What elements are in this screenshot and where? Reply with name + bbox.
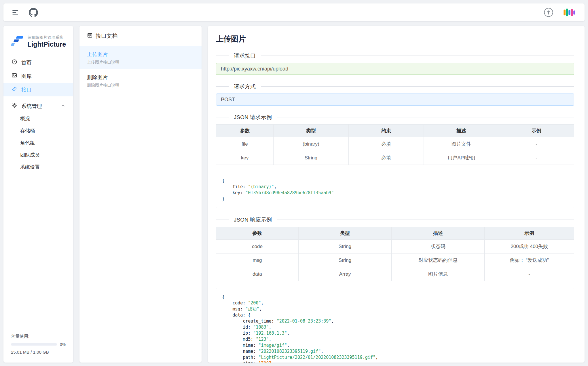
column-header: 描述 [392, 227, 485, 240]
column-header: 示例 [485, 227, 574, 240]
response-json-example: { code: "200", msg: "成功", data: { create… [216, 288, 574, 363]
table-cell: String [298, 240, 391, 253]
capacity-progressbar [11, 343, 57, 346]
sidebar-subitem-overview[interactable]: 概况 [3, 113, 73, 125]
page: 轻量级图片管理系统 LightPicture 首页 图库 [0, 0, 588, 366]
top-header-right [544, 7, 576, 17]
table-cell: - [499, 151, 574, 165]
sidebar-item-home[interactable]: 首页 [3, 56, 73, 69]
response-params-table: 参数 类型 描述 示例 code String 状态码 200成功 400失败 … [216, 227, 574, 281]
table-cell: 用户API密钥 [424, 151, 499, 165]
request-params-table: 参数 类型 约束 描述 示例 file (binary) 必填 图片文件 - [216, 124, 574, 165]
section-divider-request-example: JSON 请求示例 [216, 117, 574, 117]
table-row: file (binary) 必填 图片文件 - [216, 137, 574, 151]
document-icon [87, 33, 93, 40]
table-cell: msg [216, 253, 299, 267]
table-cell: - [485, 267, 574, 281]
capacity-label: 容量使用: [11, 334, 66, 339]
section-divider-request-url: 请求接口 [216, 56, 574, 56]
chevron-up-icon [61, 103, 65, 109]
sidebar-item-system[interactable]: 系统管理 [3, 99, 73, 113]
upload-circle-icon[interactable] [544, 7, 553, 17]
table-cell: 对应状态码的信息 [392, 253, 485, 267]
table-cell: 必填 [348, 137, 424, 151]
doc-item-title: 上传图片 [87, 51, 194, 58]
home-icon [12, 59, 17, 66]
sidebar-subitem-buckets[interactable]: 存储桶 [3, 125, 73, 137]
capacity-percent: 0% [60, 342, 66, 347]
sidebar-subitem-members[interactable]: 团队成员 [3, 149, 73, 161]
column-header: 参数 [216, 227, 299, 240]
request-json-example: { file: "(binary)", key: "0135b7d8cd98e4… [216, 172, 574, 208]
sidebar-item-gallery[interactable]: 图库 [3, 69, 73, 83]
user-avatar[interactable] [563, 8, 576, 17]
table-row: key String 必填 用户API密钥 - [216, 151, 574, 165]
doc-item-delete[interactable]: 删除图片 删除图片接口说明 [79, 69, 202, 92]
sidebar-item-label: 接口 [21, 86, 32, 93]
doc-list-title: 接口文档 [96, 32, 117, 40]
table-cell: key [216, 151, 274, 165]
sidebar-item-api[interactable]: 接口 [3, 83, 73, 96]
gear-icon [12, 102, 17, 110]
sidebar-item-label: 首页 [21, 59, 32, 66]
capacity-usage-text: 25.01 MB / 1.00 GB [11, 350, 66, 354]
table-cell: 必填 [348, 151, 424, 165]
top-header-left [12, 8, 38, 17]
table-cell: 状态码 [392, 240, 485, 253]
table-cell: 200成功 400失败 [485, 240, 574, 253]
sidebar-nav: 首页 图库 接口 [3, 56, 73, 173]
menu-toggle-icon[interactable] [12, 9, 19, 16]
doc-item-subtitle: 删除图片接口说明 [87, 83, 194, 88]
table-row: msg String 对应状态码的信息 例如： “发送成功” [216, 253, 574, 267]
brand-logo: 轻量级图片管理系统 LightPicture [3, 26, 73, 56]
column-header: 约束 [348, 125, 424, 137]
sidebar: 轻量级图片管理系统 LightPicture 首页 图库 [3, 26, 73, 363]
doc-list-panel: 接口文档 上传图片 上传图片接口说明 删除图片 删除图片接口说明 [79, 26, 202, 363]
section-heading-request-example: JSON 请求示例 [229, 114, 277, 121]
section-heading-request-url: 请求接口 [229, 52, 261, 60]
page-title: 上传图片 [216, 34, 574, 44]
column-header: 描述 [424, 125, 499, 137]
table-cell: 图片文件 [424, 137, 499, 151]
capacity-bar-row: 0% [11, 342, 66, 347]
table-cell: String [273, 151, 348, 165]
main-panel: 上传图片 请求接口 http://pic.xyaxw.cn/api/upload… [208, 26, 585, 363]
doc-item-subtitle: 上传图片接口说明 [87, 60, 194, 65]
section-divider-request-method: 请求方式 [216, 86, 574, 87]
table-cell: 图片信息 [392, 267, 485, 281]
request-url-field[interactable]: http://pic.xyaxw.cn/api/upload [216, 63, 574, 75]
github-icon[interactable] [29, 8, 38, 17]
table-cell: 例如： “发送成功” [485, 253, 574, 267]
sidebar-item-label: 系统管理 [21, 103, 42, 110]
section-heading-response-example: JSON 响应示例 [229, 216, 277, 224]
capacity-usage: 容量使用: 0% 25.01 MB / 1.00 GB [3, 329, 73, 363]
table-row: data Array 图片信息 - [216, 267, 574, 281]
table-cell: - [499, 137, 574, 151]
brand-subtitle: 轻量级图片管理系统 [27, 35, 66, 40]
column-header: 类型 [298, 227, 391, 240]
doc-item-upload[interactable]: 上传图片 上传图片接口说明 [79, 46, 202, 69]
table-cell: Array [298, 267, 391, 281]
column-header: 参数 [216, 125, 274, 137]
sidebar-subitem-settings[interactable]: 系统设置 [3, 161, 73, 173]
sidebar-item-label: 图库 [21, 73, 32, 80]
column-header: 示例 [499, 125, 574, 137]
doc-item-title: 删除图片 [87, 74, 194, 81]
doc-list-header: 接口文档 [79, 26, 202, 46]
table-row: code String 状态码 200成功 400失败 [216, 240, 574, 253]
sidebar-subitem-roles[interactable]: 角色组 [3, 137, 73, 149]
section-heading-request-method: 请求方式 [229, 83, 261, 90]
table-cell: (binary) [273, 137, 348, 151]
table-cell: code [216, 240, 299, 253]
table-cell: file [216, 137, 274, 151]
top-header [3, 3, 585, 21]
section-divider-response-example: JSON 响应示例 [216, 220, 574, 220]
table-cell: String [298, 253, 391, 267]
brand-logo-icon [11, 35, 24, 48]
request-method-field[interactable]: POST [216, 94, 574, 106]
gallery-icon [12, 73, 17, 80]
table-header-row: 参数 类型 描述 示例 [216, 227, 574, 240]
column-header: 类型 [273, 125, 348, 137]
table-cell: data [216, 267, 299, 281]
brand-text: 轻量级图片管理系统 LightPicture [27, 35, 66, 48]
